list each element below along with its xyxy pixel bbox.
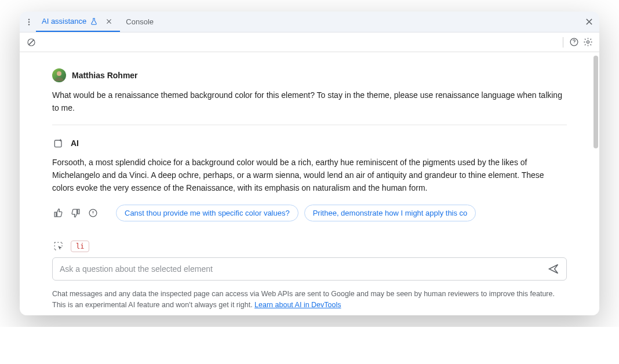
ai-sparkle-icon [52,137,65,150]
select-element-button[interactable] [52,240,65,253]
divider [563,37,563,48]
flask-icon [90,17,98,26]
user-name: Matthias Rohmer [72,71,138,80]
close-tab-button[interactable] [104,16,114,27]
prompt-input-row [52,257,567,281]
prompt-input[interactable] [60,264,545,274]
tab-label: Console [126,17,154,26]
suggestion-chip[interactable]: Prithee, demonstrate how I might apply t… [304,205,476,221]
close-panel-button[interactable] [581,18,597,26]
thumbs-up-button[interactable] [52,208,64,219]
tab-ai-assistance[interactable]: AI assistance [36,12,120,32]
devtools-panel: AI assistance Console [20,12,599,315]
svg-point-2 [28,24,30,25]
svg-point-6 [587,41,589,43]
tab-console[interactable]: Console [120,12,159,32]
svg-point-5 [574,43,574,44]
svg-point-1 [28,21,30,22]
thumbs-down-button[interactable] [70,208,81,219]
svg-point-10 [93,215,93,216]
settings-button[interactable] [581,35,595,49]
tab-label: AI assistance [42,17,86,26]
feedback-row: Canst thou provide me with specific colo… [52,205,567,221]
send-button[interactable] [545,261,562,277]
user-message-body: What would be a renaissance themed backg… [52,89,567,114]
report-button[interactable] [87,208,99,219]
suggestion-chips: Canst thou provide me with specific colo… [116,205,567,221]
scrollbar-thumb[interactable] [593,56,598,148]
context-element-chip[interactable]: li [71,241,89,252]
ai-message-body: Forsooth, a most splendid choice for a b… [52,156,567,194]
svg-point-0 [28,19,30,20]
context-row: li [52,232,567,257]
disclaimer: Chat messages and any data the inspected… [52,289,567,315]
ai-message: AI Forsooth, a most splendid choice for … [52,125,567,232]
suggestion-chip[interactable]: Canst thou provide me with specific colo… [116,205,298,221]
ai-name: AI [71,139,79,148]
user-message: Matthias Rohmer What would be a renaissa… [52,52,567,125]
tab-bar: AI assistance Console [20,12,599,32]
toolbar [20,32,599,52]
clear-button[interactable] [24,35,38,49]
more-menu-button[interactable] [22,18,36,26]
learn-more-link[interactable]: Learn about AI in DevTools [254,301,341,309]
svg-point-7 [57,71,61,76]
scrollbar[interactable] [593,56,598,312]
user-avatar [52,68,66,82]
help-button[interactable] [567,35,581,49]
conversation-scroll[interactable]: Matthias Rohmer What would be a renaissa… [20,52,599,315]
